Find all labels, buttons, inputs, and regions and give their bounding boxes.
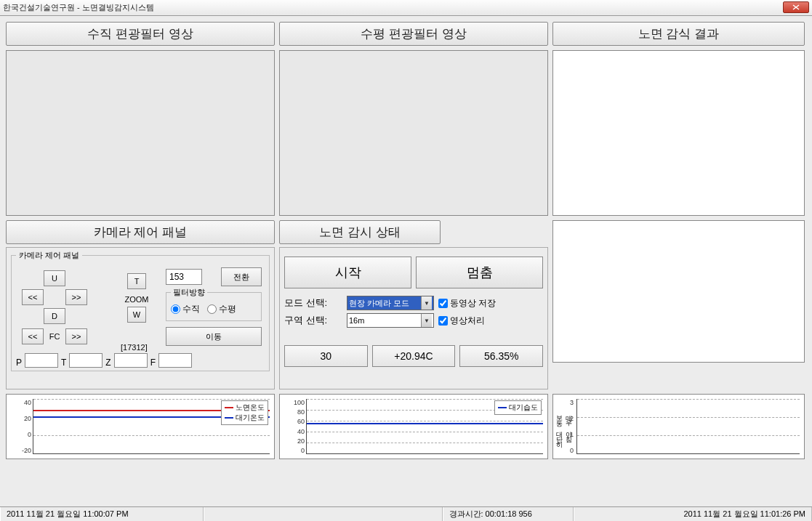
window-title: 한국건설기술연구원 - 노면결빙감지시스템	[3, 2, 154, 13]
preset-input[interactable]	[166, 269, 202, 285]
f-label: F	[150, 358, 156, 368]
header-result[interactable]: 노면 감식 결과	[552, 22, 805, 46]
fc-right-button[interactable]: >>	[65, 328, 87, 344]
horizontal-video	[279, 50, 548, 216]
zoom-wide-button[interactable]: W	[127, 307, 146, 323]
chart-yaxis: 100806040200	[284, 399, 305, 454]
start-button[interactable]: 시작	[284, 257, 411, 288]
zoom-tele-button[interactable]: T	[127, 273, 146, 289]
status-value-1: 30	[284, 345, 368, 367]
p-field[interactable]	[25, 353, 58, 368]
zoom-controls: T ZOOM W	[121, 270, 153, 326]
image-proc-checkbox[interactable]: 영상처리	[438, 315, 497, 327]
status-right-time: 2011 11월 21 월요일 11:01:26 PM	[574, 507, 813, 521]
result-display	[552, 50, 805, 216]
zone-label: 구역 선택:	[284, 314, 342, 327]
status-elapsed: 경과시간: 00:01:18 956	[443, 507, 574, 521]
mode-select[interactable]: 현장 카메라 모드 ▼	[347, 296, 434, 310]
right-upper-box	[552, 220, 805, 363]
chart-yaxis: 40200-20	[11, 399, 31, 454]
z-field[interactable]	[114, 353, 148, 368]
status-value-2: +20.94C	[372, 345, 456, 367]
status-left-time: 2011 11월 21 월요일 11:00:07 PM	[0, 507, 204, 521]
pan-right-button[interactable]: >>	[65, 289, 87, 305]
stop-button[interactable]: 멈춤	[416, 257, 543, 288]
bracket-value: [17312]	[121, 343, 148, 352]
pan-down-button[interactable]: D	[44, 308, 65, 324]
camera-section: 카메라 제어 패널 카메라 제어 패널 U << >>	[6, 220, 275, 389]
t-label: T	[61, 358, 66, 368]
switch-button[interactable]: 전환	[221, 267, 262, 286]
vertical-video	[6, 50, 275, 216]
filter-horizontal-radio[interactable]: 수평	[207, 303, 236, 315]
f-field[interactable]	[158, 353, 192, 368]
arrow-pad: U << >> D << FC	[22, 270, 109, 344]
chart-legend: 노면온도 대기온도	[221, 400, 268, 425]
zone-select[interactable]: 16m ▼	[347, 313, 434, 328]
pan-left-button[interactable]: <<	[22, 289, 44, 305]
chart-legend: 대기습도	[494, 400, 542, 415]
filter-group-title: 필터방향	[171, 287, 207, 298]
mode-label: 모드 선택:	[284, 296, 342, 310]
chart-condition: 매우 아침 보통 대단히 3210	[552, 394, 805, 459]
chart-yaxis: 3210	[563, 399, 574, 454]
header-monitor-state[interactable]: 노면 감시 상태	[279, 220, 441, 244]
titlebar: 한국건설기술연구원 - 노면결빙감지시스템	[0, 0, 812, 16]
camera-group-title: 카메라 제어 패널	[16, 250, 82, 261]
close-button[interactable]	[783, 1, 809, 13]
move-button[interactable]: 이동	[166, 327, 262, 346]
pan-up-button[interactable]: U	[44, 270, 65, 286]
close-icon	[792, 4, 800, 10]
t-field[interactable]	[69, 353, 102, 368]
filter-vertical-radio[interactable]: 수직	[171, 303, 200, 315]
chevron-down-icon: ▼	[421, 296, 432, 310]
chart-humidity: 100806040200 대기습도	[279, 394, 548, 459]
fc-label: FC	[44, 328, 65, 344]
filter-direction-group: 필터방향 수직 수평	[166, 292, 262, 321]
right-section	[552, 220, 805, 389]
p-label: P	[16, 358, 22, 368]
ptzf-row: P T Z F	[16, 353, 192, 368]
fc-left-button[interactable]: <<	[22, 328, 44, 344]
z-label: Z	[105, 358, 110, 368]
header-camera-panel[interactable]: 카메라 제어 패널	[6, 220, 275, 244]
chevron-down-icon: ▼	[421, 314, 432, 327]
header-horizontal-filter[interactable]: 수평 편광필터 영상	[279, 22, 548, 46]
camera-groupbox: 카메라 제어 패널 U << >> D	[11, 255, 270, 371]
save-video-checkbox[interactable]: 동영상 저장	[438, 297, 497, 310]
monitor-section: 노면 감시 상태 시작 멈춤 모드 선택: 현장 카메라 모드 ▼ 동영상 저장…	[279, 220, 548, 389]
statusbar: 2011 11월 21 월요일 11:00:07 PM 경과시간: 00:01:…	[0, 506, 812, 521]
chart-temperature: 40200-20 노면온도 대기온도	[6, 394, 275, 459]
zoom-label: ZOOM	[121, 295, 153, 304]
header-vertical-filter[interactable]: 수직 편광필터 영상	[6, 22, 275, 46]
status-value-3: 56.35%	[459, 345, 543, 367]
